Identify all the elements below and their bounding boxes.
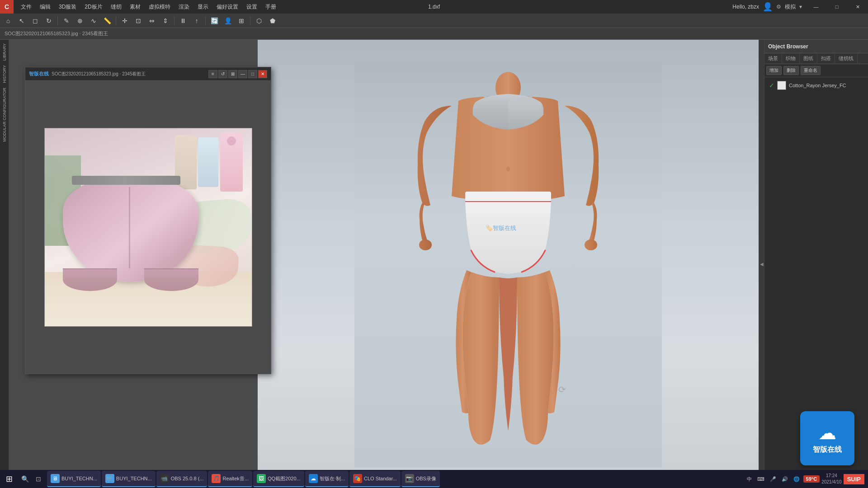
tab-fabric[interactable]: 织物: [782, 53, 800, 64]
toolbar-avatar-btn[interactable]: 👤: [222, 15, 234, 27]
right-panel-collapse[interactable]: ◀: [759, 40, 764, 488]
start-button[interactable]: ⊞: [0, 470, 18, 488]
tray-network[interactable]: 🌐: [792, 475, 802, 483]
viewer-menu-btn[interactable]: ≡: [208, 70, 217, 78]
toolbar-ruler-btn[interactable]: 📏: [101, 15, 113, 27]
toolbar-seam-btn[interactable]: ⬟: [266, 15, 279, 27]
menu-settings[interactable]: 设置: [243, 1, 261, 13]
fabric-swatch: [777, 81, 786, 90]
taskbar-item-0[interactable]: 🖥 BUYI_TECHN...: [47, 471, 101, 487]
taskbar-label-7: OBS录像: [416, 475, 436, 482]
toolbar-stitch-btn[interactable]: ⬡: [253, 15, 265, 27]
taskbar-label-3: Realtek音...: [222, 475, 248, 482]
menu-render[interactable]: 渲染: [175, 1, 193, 13]
delete-object-button[interactable]: 删除: [783, 66, 799, 75]
viewer-restore-btn[interactable]: □: [248, 70, 257, 78]
toolbar-pen-btn[interactable]: ✎: [60, 15, 73, 27]
toolbar-grid-btn[interactable]: ⊞: [235, 15, 248, 27]
object-browser-header: Object Browser: [764, 40, 868, 53]
taskbar-icon-0: 🖥: [51, 474, 60, 483]
taskbar-task-view[interactable]: ⊡: [32, 471, 45, 487]
user-avatar-icon[interactable]: 👤: [763, 2, 773, 12]
user-info: Hello, zbzx 👤 ⚙ 模拟 ▾: [732, 2, 806, 12]
tab-stitch-line[interactable]: 缝纫线: [835, 53, 858, 64]
menu-display[interactable]: 显示: [194, 1, 212, 13]
sidebar-library[interactable]: LIBRARY: [1, 42, 8, 62]
brand-badge[interactable]: ☁ 智版在线: [800, 411, 854, 465]
svg-point-3: [585, 239, 597, 250]
main-toolbar: ⌂ ↖ ◻ ↻ ✎ ⊕ ∿ 📏 ✛ ⊡ ⇔ ⇕ ⏸ ↑ 🔄 👤 ⊞ ⬡ ⬟: [0, 14, 868, 28]
taskbar-item-4[interactable]: 🖼 QQ截图2020...: [253, 471, 304, 487]
menu-help[interactable]: 手册: [262, 1, 280, 13]
rename-object-button[interactable]: 重命名: [801, 66, 821, 75]
toolbar-anchor-btn[interactable]: ⊕: [74, 15, 86, 27]
toolbar-view-front-btn[interactable]: 🔄: [208, 15, 221, 27]
taskbar-right: 中 ⌨ 🎤 🔊 🌐 59°C 17:24 2021/4/10 SUIP: [745, 473, 868, 485]
menu-2d-pattern[interactable]: 2D板片: [81, 1, 106, 13]
menu-edit[interactable]: 编辑: [36, 1, 54, 13]
tray-ime[interactable]: 中: [745, 475, 754, 483]
taskbar-item-7[interactable]: 📷 OBS录像: [401, 471, 440, 487]
taskbar-item-2[interactable]: 📹 OBS 25.0.8 (...: [156, 471, 208, 487]
tray-keyboard[interactable]: ⌨: [755, 475, 766, 483]
viewer-refresh-btn[interactable]: ↺: [218, 70, 227, 78]
tab-print[interactable]: 图纸: [800, 53, 817, 64]
viewer-minimize-btn[interactable]: —: [238, 70, 247, 78]
taskbar: ⊞ 🔍 ⊡ 🖥 BUYI_TECHN... 🛒 BUYI_TECHN... 📹 …: [0, 470, 868, 488]
sidebar-history[interactable]: HISTORY: [1, 63, 8, 85]
toolbar-scale-btn[interactable]: ⊡: [132, 15, 145, 27]
toolbar-simulate-btn[interactable]: ⏸: [177, 15, 189, 27]
add-object-button[interactable]: 增加: [766, 66, 782, 75]
3d-viewport[interactable]: 🏷️智版在线 ⟳ ☁ 智版在线: [258, 40, 759, 488]
taskbar-icon-1: 🛒: [105, 474, 114, 483]
toolbar-home-btn[interactable]: ⌂: [2, 15, 14, 27]
image-viewer-content: [25, 81, 271, 374]
menu-avatar[interactable]: 虚拟模特: [145, 1, 174, 13]
taskbar-item-5[interactable]: ☁ 智版在·制...: [305, 471, 349, 487]
mode-dropdown-icon[interactable]: ▾: [799, 4, 802, 10]
greeting-text: Hello, zbzx: [732, 4, 759, 10]
taskbar-item-3[interactable]: 🎵 Realtek音...: [208, 471, 252, 487]
toolbar-bezier-btn[interactable]: ∿: [87, 15, 100, 27]
toolbar-move-btn[interactable]: ✛: [118, 15, 131, 27]
taskbar-label-2: OBS 25.0.8 (...: [171, 476, 204, 481]
menu-material[interactable]: 素材: [126, 1, 144, 13]
svg-rect-7: [465, 192, 551, 202]
toolbar-mirror-v-btn[interactable]: ⇕: [159, 15, 172, 27]
viewer-fullscreen-btn[interactable]: ⊠: [228, 70, 237, 78]
toolbar-reset-btn[interactable]: ↑: [190, 15, 203, 27]
maximize-button[interactable]: □: [826, 0, 847, 14]
secondary-toolbar: SOC图232020121065185323.jpg · 2345看图王: [0, 28, 868, 40]
menu-stitch[interactable]: 缝纫: [107, 1, 125, 13]
settings-icon[interactable]: ⚙: [776, 4, 781, 10]
tab-button[interactable]: 扣搭: [817, 53, 835, 64]
object-item[interactable]: ✓ Cotton_Rayon Jersey_FC: [766, 79, 866, 92]
taskbar-label-5: 智版在·制...: [320, 475, 345, 482]
minimize-button[interactable]: —: [806, 0, 826, 14]
menu-preference[interactable]: 偏好设置: [213, 1, 242, 13]
cpu-temp-badge: 59°C: [803, 475, 820, 483]
taskbar-icon-3: 🎵: [212, 474, 221, 483]
toolbar-transform-btn[interactable]: ◻: [29, 15, 42, 27]
close-button[interactable]: ✕: [847, 0, 868, 14]
taskbar-item-1[interactable]: 🛒 BUYI_TECHN...: [102, 471, 156, 487]
taskbar-items: 🖥 BUYI_TECHN... 🛒 BUYI_TECHN... 📹 OBS 25…: [45, 471, 745, 487]
toolbar-mirror-h-btn[interactable]: ⇔: [146, 15, 158, 27]
tray-volume[interactable]: 🔊: [780, 475, 790, 483]
toolbar-select-btn[interactable]: ↖: [15, 15, 28, 27]
tab-scene[interactable]: 场景: [764, 53, 782, 64]
suip-badge[interactable]: SUIP: [844, 474, 864, 484]
main-layout: LIBRARY HISTORY MODULAR CONFIGURATOR 智版在…: [0, 40, 868, 488]
menu-bar: 文件 编辑 3D服装 2D板片 缝纫 素材 虚拟模特 渲染 显示 偏好设置 设置…: [14, 1, 732, 13]
toolbar-rotate-btn[interactable]: ↻: [42, 15, 55, 27]
taskbar-item-6[interactable]: 🎭 CLO Standar...: [349, 471, 401, 487]
sidebar-modular-configurator[interactable]: MODULAR CONFIGURATOR: [1, 86, 8, 144]
tray-mic[interactable]: 🎤: [768, 475, 778, 483]
brand-icon: ☁: [818, 422, 836, 443]
viewer-controls: ≡ ↺ ⊠ — □ ✕: [208, 70, 267, 78]
window-controls: — □ ✕: [806, 0, 868, 14]
taskbar-search-button[interactable]: 🔍: [18, 471, 32, 487]
viewer-close-btn[interactable]: ✕: [258, 70, 267, 78]
menu-3d-garment[interactable]: 3D服装: [55, 1, 80, 13]
menu-file[interactable]: 文件: [17, 1, 35, 13]
